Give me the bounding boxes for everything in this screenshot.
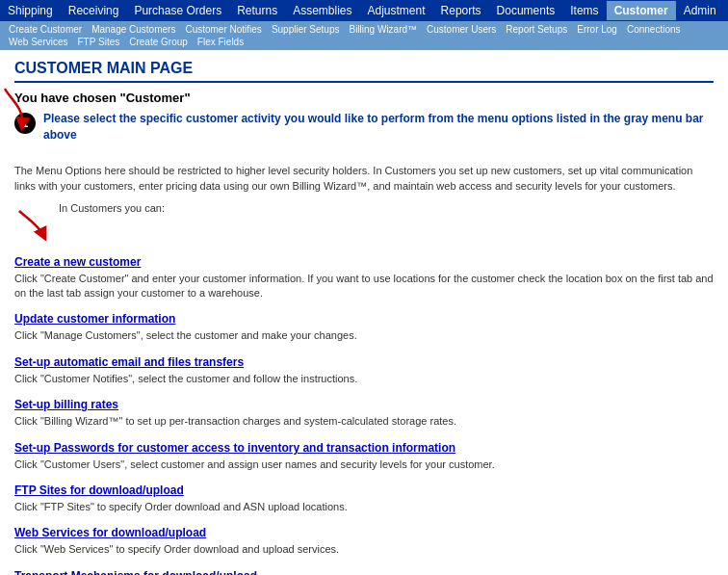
desc-web-services: Click "Web Services" to specify Order do…	[14, 542, 714, 557]
subnav-error-log[interactable]: Error Log	[572, 23, 622, 36]
desc-email-transfers: Click "Customer Notifies", select the cu…	[14, 372, 714, 386]
feature-transport: Transport Mechanisms for download/upload…	[14, 569, 714, 575]
subnav-ftp-sites[interactable]: FTP Sites	[73, 36, 125, 48]
desc-create-customer: Click "Create Customer" and enter your c…	[14, 272, 714, 301]
nav-home[interactable]: Home	[724, 1, 728, 20]
link-create-customer[interactable]: Create a new customer	[14, 255, 714, 269]
subnav-connections[interactable]: Connections	[622, 23, 686, 36]
page-title: Customer Main Page	[14, 60, 714, 83]
nav-admin[interactable]: Admin	[676, 1, 724, 20]
feature-create-customer: Create a new customer Click "Create Cust…	[14, 255, 714, 301]
subnav-customer-users[interactable]: Customer Users	[422, 23, 501, 36]
red-arrow-icon	[0, 84, 43, 142]
nav-receiving[interactable]: Receiving	[61, 1, 127, 20]
can-text: In Customers you can:	[59, 202, 165, 214]
subnav-create-group[interactable]: Create Group	[124, 36, 193, 48]
subnav-manage-customers[interactable]: Manage Customers	[87, 23, 180, 36]
description-text: The Menu Options here should be restrict…	[14, 163, 714, 195]
red-arrow-2-icon	[14, 206, 53, 245]
link-email-transfers[interactable]: Set-up automatic email and files transfe…	[14, 355, 714, 369]
nav-shipping[interactable]: Shipping	[0, 1, 61, 20]
subnav-billing-wizard[interactable]: Billing Wizard™	[344, 23, 422, 36]
nav-assemblies[interactable]: Assemblies	[285, 1, 359, 20]
instruction-text: Please select the specific customer acti…	[43, 111, 714, 144]
feature-ftp-sites: FTP Sites for download/upload Click "FTP…	[14, 484, 714, 514]
link-passwords[interactable]: Set-up Passwords for customer access to …	[14, 441, 714, 455]
subnav-report-setups[interactable]: Report Setups	[501, 23, 572, 36]
chosen-text: You have chosen "Customer"	[14, 91, 714, 105]
link-transport[interactable]: Transport Mechanisms for download/upload	[14, 569, 714, 575]
feature-web-services: Web Services for download/upload Click "…	[14, 526, 714, 557]
subnav-supplier-setups[interactable]: Supplier Setups	[267, 23, 345, 36]
link-ftp-sites[interactable]: FTP Sites for download/upload	[14, 484, 714, 497]
feature-passwords: Set-up Passwords for customer access to …	[14, 441, 714, 472]
sub-navigation: Create Customer Manage Customers Custome…	[0, 21, 728, 50]
top-navigation: Shipping Receiving Purchase Orders Retur…	[0, 0, 728, 21]
desc-passwords: Click "Customer Users", select customer …	[14, 457, 714, 472]
nav-documents[interactable]: Documents	[489, 1, 563, 20]
subnav-customer-notifies[interactable]: Customer Notifies	[180, 23, 266, 36]
subnav-create-customer[interactable]: Create Customer	[4, 23, 87, 36]
desc-ftp-sites: Click "FTP Sites" to specify Order downl…	[14, 500, 714, 514]
desc-billing-rates: Click "Billing Wizard™" to set up per-tr…	[14, 414, 714, 429]
desc-update-customer: Click "Manage Customers", select the cus…	[14, 328, 714, 343]
feature-update-customer: Update customer information Click "Manag…	[14, 312, 714, 343]
link-update-customer[interactable]: Update customer information	[14, 312, 714, 326]
nav-adjustment[interactable]: Adjustment	[360, 1, 433, 20]
nav-customer[interactable]: Customer	[607, 1, 676, 20]
feature-email-transfers: Set-up automatic email and files transfe…	[14, 355, 714, 386]
nav-reports[interactable]: Reports	[433, 1, 489, 20]
feature-billing-rates: Set-up billing rates Click "Billing Wiza…	[14, 398, 714, 429]
nav-items[interactable]: Items	[562, 1, 606, 20]
link-billing-rates[interactable]: Set-up billing rates	[14, 398, 714, 411]
subnav-web-services[interactable]: Web Services	[4, 36, 73, 48]
subnav-flex-fields[interactable]: Flex Fields	[193, 36, 248, 48]
link-web-services[interactable]: Web Services for download/upload	[14, 526, 714, 539]
nav-returns[interactable]: Returns	[229, 1, 285, 20]
main-content: Customer Main Page You have chosen "Cust…	[0, 50, 728, 575]
nav-purchase-orders[interactable]: Purchase Orders	[126, 1, 229, 20]
